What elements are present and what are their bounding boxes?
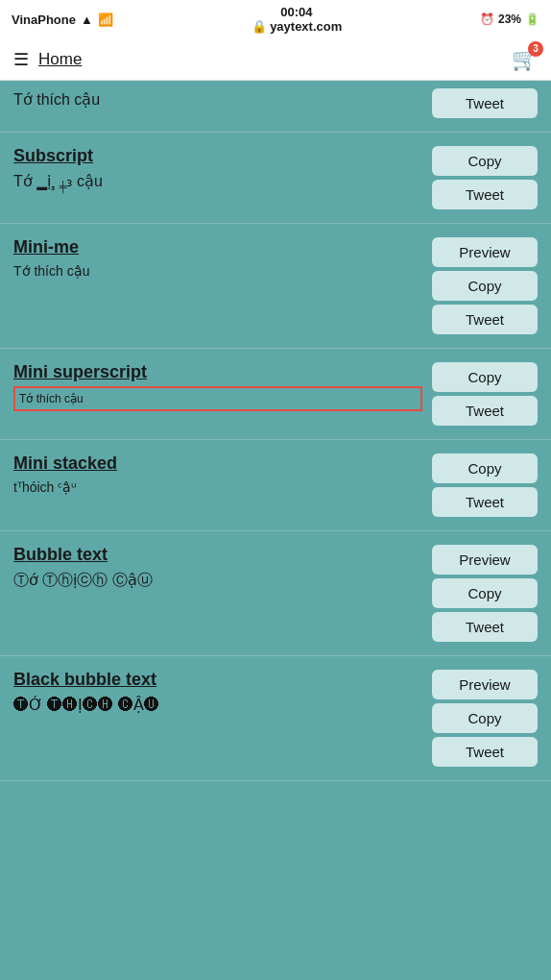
battery-text: 23% [498,12,521,26]
ministacked-copy-button[interactable]: Copy [432,453,538,483]
minisuperscript-preview: Tớ thích cậu [13,386,422,411]
lock-icon: 🔒 [252,19,267,34]
blackbubbletext-tweet-button[interactable]: Tweet [432,737,538,767]
blackbubbletext-copy-button[interactable]: Copy [432,703,538,733]
section-partial-left: Tớ thích cậu [13,88,432,111]
nav-title[interactable]: Home [38,50,82,69]
section-minisuperscript: Mini superscript Tớ thích cậu Copy Tweet [0,349,551,440]
bubbletext-tweet-button[interactable]: Tweet [432,612,538,642]
blackbubbletext-preview-button[interactable]: Preview [432,670,538,699]
minime-title: Mini-me [13,237,422,257]
bubbletext-btn-group: Preview Copy Tweet [432,545,538,642]
minisuperscript-tweet-button[interactable]: Tweet [432,396,538,426]
status-left: VinaPhone ▲ 📶 [12,12,113,27]
status-bar: VinaPhone ▲ 📶 00:04 🔒 yaytext.com ⏰ 23% … [0,0,551,38]
cart-badge: 3 [528,41,543,57]
nav-left: ☰ Home [13,49,82,70]
subscript-left: Subscript Tớ ▬ị₃ ╪₃ cậu [13,146,422,195]
nav-bar: ☰ Home 🛒 3 [0,38,551,81]
bubbletext-preview-button[interactable]: Preview [432,545,538,575]
minime-left: Mini-me Tớ thích cậu [13,237,422,282]
bubbletext-left: Bubble text Ⓣớ Ⓣⓗịⓒⓗ Ⓒậⓤ [13,545,422,592]
blackbubbletext-btn-group: Preview Copy Tweet [432,670,538,767]
wifi-icon: 📶 [98,12,113,27]
section-minime: Mini-me Tớ thích cậu Preview Copy Tweet [0,224,551,349]
minisuperscript-left: Mini superscript Tớ thích cậu [13,362,422,411]
time-text: 00:04 [280,5,312,19]
section-blackbubbletext: Black bubble text 🅣Ớ 🅣🅗Ị🅒🅗 🅒Ậ🅤 Preview C… [0,656,551,781]
bubbletext-title: Bubble text [13,545,422,565]
status-right: ⏰ 23% 🔋 [480,12,539,26]
blackbubbletext-title: Black bubble text [13,670,422,690]
cart-button[interactable]: 🛒 3 [512,47,538,72]
carrier-text: VinaPhone [12,12,76,27]
alarm-icon: ⏰ [480,12,494,26]
subscript-title: Subscript [13,146,422,166]
partial-preview-text: Tớ thích cậu [13,88,432,111]
url-text: yaytext.com [270,19,342,34]
minime-tweet-button[interactable]: Tweet [432,305,538,334]
section-partial: Tớ thích cậu Tweet [0,81,551,133]
section-ministacked: Mini stacked tᵀhóich ᶜậᵘ Copy Tweet [0,440,551,531]
partial-tweet-button[interactable]: Tweet [432,88,538,118]
partial-btn-group: Tweet [432,88,538,118]
section-subscript: Subscript Tớ ▬ị₃ ╪₃ cậu Copy Tweet [0,133,551,224]
minisuperscript-title: Mini superscript [13,362,422,382]
signal-icon: ▲ [81,12,93,27]
hamburger-icon[interactable]: ☰ [13,49,29,70]
url-bar: 🔒 yaytext.com [252,19,343,34]
section-bubbletext: Bubble text Ⓣớ Ⓣⓗịⓒⓗ Ⓒậⓤ Preview Copy Tw… [0,531,551,656]
bubbletext-preview: Ⓣớ Ⓣⓗịⓒⓗ Ⓒậⓤ [13,569,422,592]
status-center: 00:04 🔒 yaytext.com [252,5,343,34]
minime-btn-group: Preview Copy Tweet [432,237,538,334]
battery-icon: 🔋 [525,12,539,26]
ministacked-preview: tᵀhóich ᶜậᵘ [13,478,422,498]
minime-preview: Tớ thích cậu [13,261,422,282]
ministacked-tweet-button[interactable]: Tweet [432,487,538,517]
minime-copy-button[interactable]: Copy [432,271,538,301]
ministacked-title: Mini stacked [13,453,422,474]
subscript-copy-button[interactable]: Copy [432,146,538,176]
subscript-btn-group: Copy Tweet [432,146,538,209]
bubbletext-copy-button[interactable]: Copy [432,578,538,608]
minime-preview-button[interactable]: Preview [432,237,538,267]
subscript-tweet-button[interactable]: Tweet [432,180,538,209]
ministacked-left: Mini stacked tᵀhóich ᶜậᵘ [13,453,422,498]
blackbubbletext-preview: 🅣Ớ 🅣🅗Ị🅒🅗 🅒Ậ🅤 [13,694,422,717]
minisuperscript-btn-group: Copy Tweet [432,362,538,426]
minisuperscript-copy-button[interactable]: Copy [432,362,538,392]
subscript-preview: Tớ ▬ị₃ ╪₃ cậu [13,170,422,195]
ministacked-btn-group: Copy Tweet [432,453,538,517]
content: Tớ thích cậu Tweet Subscript Tớ ▬ị₃ ╪₃ c… [0,81,551,781]
blackbubbletext-left: Black bubble text 🅣Ớ 🅣🅗Ị🅒🅗 🅒Ậ🅤 [13,670,422,717]
